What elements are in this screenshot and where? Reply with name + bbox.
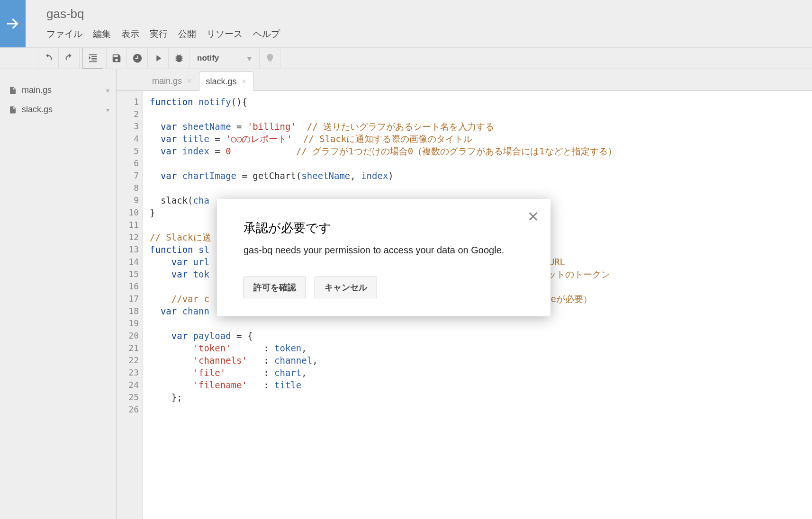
sidebar-file-label: slack.gs [22,105,53,115]
menu-run[interactable]: 実行 [150,28,168,40]
dialog-actions: 許可を確認 キャンセル [244,277,524,298]
history-button[interactable] [127,48,148,69]
light-button[interactable] [260,48,280,69]
file-icon [9,106,17,114]
run-button[interactable] [148,48,169,69]
menu-publish[interactable]: 公開 [178,28,196,40]
tab-label: slack.gs [206,77,237,87]
tab-main[interactable]: main.gs × [145,71,199,90]
arrow-right-icon [4,15,21,32]
clock-icon [132,53,143,63]
line-gutter: 1234567891011121314151617181920212223242… [117,91,143,519]
function-select-label: notify [197,54,219,63]
dialog-title: 承認が必要です [244,220,524,236]
indent-icon [88,53,98,63]
menu-file[interactable]: ファイル [46,28,82,40]
undo-icon [43,53,54,63]
redo-button[interactable] [59,48,80,69]
dialog-close-button[interactable]: ✕ [527,208,539,225]
chevron-down-icon: ▾ [106,87,109,94]
confirm-button[interactable]: 許可を確認 [244,277,306,298]
menu-resource[interactable]: リソース [207,28,243,40]
menu-bar: ファイル 編集 表示 実行 公開 リソース ヘルプ [46,28,280,40]
function-select[interactable]: notify ▾ [189,48,260,69]
indent-button[interactable] [82,48,103,69]
toolbar: notify ▾ [0,47,812,69]
chevron-down-icon: ▾ [106,106,109,114]
header-bar: gas-bq ファイル 編集 表示 実行 公開 リソース ヘルプ [0,0,812,47]
tab-label: main.gs [152,76,182,86]
menu-help[interactable]: ヘルプ [253,28,280,40]
close-icon[interactable]: × [187,76,192,86]
sidebar-file-main[interactable]: main.gs ▾ [0,81,116,100]
auth-dialog: ✕ 承認が必要です gas-bq needs your permission t… [217,199,550,316]
play-icon [153,53,163,63]
sidebar-file-slack[interactable]: slack.gs ▾ [0,100,116,119]
back-button[interactable] [0,0,26,47]
undo-button[interactable] [38,48,59,69]
file-sidebar: main.gs ▾ slack.gs ▾ [0,69,117,519]
redo-icon [64,53,74,63]
tab-slack[interactable]: slack.gs × [199,72,254,91]
menu-edit[interactable]: 編集 [93,28,111,40]
cancel-button[interactable]: キャンセル [315,277,377,298]
menu-view[interactable]: 表示 [121,28,139,40]
tab-bar: main.gs × slack.gs × [117,69,812,91]
save-icon [111,53,122,63]
bug-icon [174,53,184,63]
lightbulb-icon [265,53,275,63]
dialog-body: gas-bq needs your permission to access y… [244,245,524,256]
close-icon: ✕ [527,209,539,224]
debug-button[interactable] [169,48,189,69]
title-menu: gas-bq ファイル 編集 表示 実行 公開 リソース ヘルプ [26,0,293,40]
close-icon[interactable]: × [242,77,247,87]
file-icon [9,86,17,95]
save-button[interactable] [106,48,127,69]
chevron-down-icon: ▾ [247,54,252,63]
sidebar-file-label: main.gs [22,85,52,95]
project-title[interactable]: gas-bq [46,7,280,21]
